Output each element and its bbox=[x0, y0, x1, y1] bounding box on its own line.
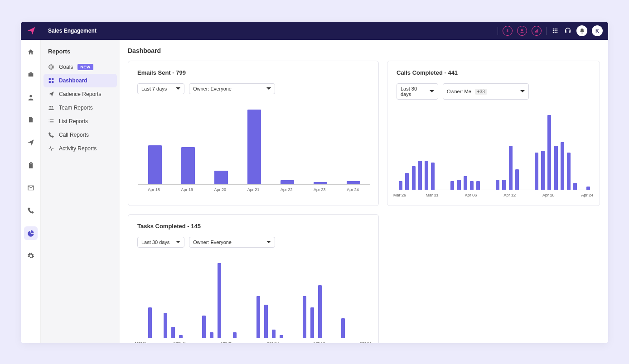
chart-xlabel: Apr 21 bbox=[247, 187, 260, 192]
owner-select-label: Owner: Me bbox=[447, 89, 471, 94]
chart-xlabel: Mar 31 bbox=[426, 193, 438, 197]
owner-select[interactable]: Owner: Everyone bbox=[189, 83, 275, 94]
phone-icon[interactable] bbox=[24, 204, 38, 217]
chart-bar bbox=[586, 187, 590, 190]
range-select-label: Last 30 days bbox=[401, 86, 426, 97]
chart-bar bbox=[399, 181, 402, 190]
pie-icon[interactable] bbox=[24, 226, 38, 240]
chart-xlabel: Apr 23 bbox=[314, 187, 326, 192]
svg-point-22 bbox=[49, 106, 51, 108]
chart-bar bbox=[179, 335, 183, 338]
svg-point-6 bbox=[555, 29, 556, 30]
gear-icon[interactable] bbox=[24, 249, 38, 263]
chevron-down-icon bbox=[266, 241, 271, 245]
avatar[interactable]: K bbox=[592, 25, 603, 36]
sidebar-item-activity-reports[interactable]: Activity Reports bbox=[44, 142, 117, 155]
chart-bar bbox=[347, 181, 360, 184]
notifications-icon[interactable] bbox=[576, 25, 587, 36]
dialpad-icon[interactable] bbox=[551, 27, 559, 35]
new-badge: NEW bbox=[77, 64, 93, 70]
sidebar-item-goals[interactable]: GoalsNEW bbox=[44, 60, 117, 74]
target-icon bbox=[48, 64, 54, 70]
sidebar-item-label: List Reports bbox=[59, 118, 88, 125]
chart-bar bbox=[264, 305, 268, 338]
chart-xlabel: Apr 18 bbox=[148, 187, 160, 192]
chart-bar bbox=[272, 330, 276, 338]
range-select[interactable]: Last 30 days bbox=[397, 83, 438, 100]
chart-bar bbox=[412, 166, 416, 190]
chart-bar bbox=[405, 173, 409, 190]
chart-bar bbox=[341, 318, 345, 338]
card-calls-completed: Calls Completed - 441 Last 30 days Owner… bbox=[387, 61, 600, 206]
chevron-down-icon bbox=[430, 90, 434, 95]
chart-bar bbox=[476, 181, 480, 190]
svg-point-9 bbox=[555, 30, 556, 32]
person-icon[interactable] bbox=[24, 91, 38, 104]
chart-xlabel: Mar 31 bbox=[174, 341, 186, 343]
sidebar-item-label: Cadence Reports bbox=[59, 91, 101, 97]
owner-extra-badge: +33 bbox=[475, 89, 487, 95]
documents-icon[interactable] bbox=[24, 113, 38, 127]
app-window: Sales Engagement $ K bbox=[21, 22, 608, 343]
send-icon[interactable] bbox=[24, 136, 38, 149]
range-select[interactable]: Last 30 days bbox=[137, 237, 184, 248]
card-title: Tasks Completed - 145 bbox=[137, 223, 369, 230]
sidebar-item-team-reports[interactable]: Team Reports bbox=[44, 101, 117, 115]
svg-point-23 bbox=[52, 106, 53, 108]
svg-rect-19 bbox=[52, 78, 53, 80]
owner-select-label: Owner: Everyone bbox=[193, 239, 232, 245]
chart-bar bbox=[418, 161, 422, 190]
chart-emails-sent bbox=[138, 108, 370, 185]
mail-icon[interactable] bbox=[24, 181, 38, 195]
chart-xlabel: Apr 19 bbox=[181, 187, 193, 192]
svg-point-17 bbox=[51, 67, 52, 67]
owner-select[interactable]: Owner: Everyone bbox=[189, 237, 275, 248]
grid-icon bbox=[48, 77, 54, 84]
chevron-down-icon bbox=[266, 87, 271, 92]
chart-bar bbox=[464, 176, 467, 190]
chart-bar bbox=[502, 180, 506, 190]
sidebar-item-list-reports[interactable]: List Reports bbox=[44, 115, 117, 128]
chart-xlabel: Mar 26 bbox=[135, 341, 148, 343]
sidebar-item-dashboard[interactable]: Dashboard bbox=[44, 74, 117, 87]
headset-icon[interactable] bbox=[564, 27, 572, 35]
chart-bar bbox=[554, 146, 558, 190]
chart-xlabel: Apr 22 bbox=[281, 187, 293, 192]
chart-xlabel: Apr 12 bbox=[266, 341, 279, 343]
chart-bar bbox=[573, 183, 577, 190]
main-content: Dashboard Emails Sent - 799 Last 7 days … bbox=[120, 40, 608, 343]
chart-bar bbox=[247, 110, 261, 184]
chart-icon[interactable] bbox=[532, 26, 542, 36]
svg-rect-25 bbox=[50, 120, 53, 120]
chevron-down-icon bbox=[176, 87, 180, 92]
chart-bar bbox=[310, 307, 314, 338]
chart-bar bbox=[214, 171, 228, 184]
chart-bar bbox=[425, 161, 428, 190]
briefcase-icon[interactable] bbox=[24, 68, 38, 81]
svg-point-1 bbox=[521, 29, 523, 31]
sidebar-item-cadence-reports[interactable]: Cadence Reports bbox=[44, 87, 117, 101]
activity-icon bbox=[48, 145, 54, 152]
owner-select[interactable]: Owner: Me +33 bbox=[443, 83, 529, 100]
chart-bar bbox=[567, 153, 571, 190]
svg-rect-2 bbox=[535, 31, 536, 32]
svg-rect-28 bbox=[49, 123, 49, 123]
range-select[interactable]: Last 7 days bbox=[137, 83, 184, 94]
card-tasks-completed: Tasks Completed - 145 Last 30 days Owner… bbox=[128, 214, 379, 343]
svg-point-14 bbox=[29, 95, 32, 97]
home-icon[interactable] bbox=[24, 45, 38, 59]
dollar-icon[interactable]: $ bbox=[503, 26, 513, 36]
chart-bar bbox=[280, 335, 283, 338]
chart-bar bbox=[318, 285, 322, 338]
chart-bar bbox=[148, 145, 162, 184]
divider bbox=[546, 27, 547, 35]
chart-bar bbox=[181, 147, 195, 185]
sidebar-item-call-reports[interactable]: Call Reports bbox=[44, 128, 117, 142]
chart-bar bbox=[314, 182, 327, 185]
chart-bar bbox=[535, 153, 538, 190]
chart-bar bbox=[509, 146, 513, 190]
user-icon[interactable] bbox=[517, 26, 527, 36]
chart-xlabels: Apr 18Apr 19Apr 20Apr 21Apr 22Apr 23Apr … bbox=[137, 187, 369, 194]
svg-point-7 bbox=[556, 29, 558, 30]
clipboard-icon[interactable] bbox=[24, 158, 38, 172]
